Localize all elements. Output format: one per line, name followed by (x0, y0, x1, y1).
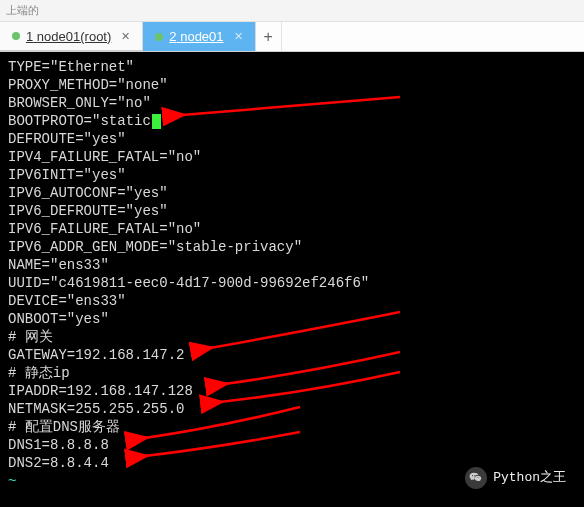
tab-node01-root[interactable]: 1 node01(root) ✕ (0, 22, 143, 51)
config-comment: # 网关 (8, 328, 576, 346)
config-line: IPV4_FAILURE_FATAL="no" (8, 148, 576, 166)
config-line: IPV6_DEFROUTE="yes" (8, 202, 576, 220)
config-line-ipaddr: IPADDR=192.168.147.128 (8, 382, 576, 400)
status-dot-icon (12, 32, 20, 40)
close-icon[interactable]: ✕ (234, 30, 243, 43)
close-icon[interactable]: ✕ (121, 30, 130, 43)
tab-bar: 1 node01(root) ✕ 2 node01 ✕ + (0, 22, 584, 52)
wechat-icon (465, 467, 487, 489)
config-line: IPV6_AUTOCONF="yes" (8, 184, 576, 202)
config-line: ONBOOT="yes" (8, 310, 576, 328)
config-line: BROWSER_ONLY="no" (8, 94, 576, 112)
config-line: TYPE="Ethernet" (8, 58, 576, 76)
config-line: PROXY_METHOD="none" (8, 76, 576, 94)
text-cursor (152, 114, 161, 129)
config-line: IPV6_ADDR_GEN_MODE="stable-privacy" (8, 238, 576, 256)
config-line-netmask: NETMASK=255.255.255.0 (8, 400, 576, 418)
watermark-text: Python之王 (493, 469, 566, 487)
config-line: NAME="ens33" (8, 256, 576, 274)
config-line: DEFROUTE="yes" (8, 130, 576, 148)
config-line: DEVICE="ens33" (8, 292, 576, 310)
config-line: UUID="c4619811-eec0-4d17-900d-99692ef246… (8, 274, 576, 292)
status-dot-icon (155, 33, 163, 41)
new-tab-button[interactable]: + (256, 22, 282, 51)
window-titlebar-fragment: 上端的 (0, 0, 584, 22)
terminal-pane[interactable]: TYPE="Ethernet" PROXY_METHOD="none" BROW… (0, 52, 584, 507)
config-line-gateway: GATEWAY=192.168.147.2 (8, 346, 576, 364)
config-line-bootproto: BOOTPROTO="static" (8, 112, 576, 130)
config-line: IPV6INIT="yes" (8, 166, 576, 184)
config-comment: # 配置DNS服务器 (8, 418, 576, 436)
config-line-dns1: DNS1=8.8.8.8 (8, 436, 576, 454)
config-comment: # 静态ip (8, 364, 576, 382)
tab-node01[interactable]: 2 node01 ✕ (143, 22, 255, 51)
top-text: 上端的 (6, 3, 39, 18)
watermark: Python之王 (465, 467, 566, 489)
config-line: IPV6_FAILURE_FATAL="no" (8, 220, 576, 238)
